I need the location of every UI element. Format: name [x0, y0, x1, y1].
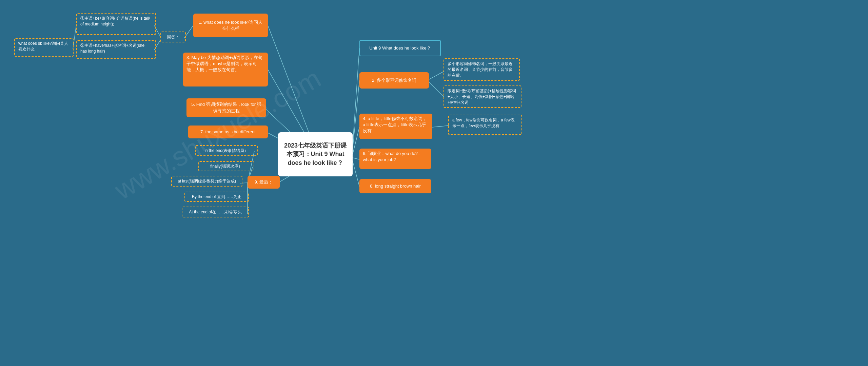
mindmap-container: 2023七年级英语下册课本预习：Unit 9 What does he look…	[0, 0, 868, 366]
node-4-label: 4. a little，little修饰不可数名词，a little表示一点点，…	[363, 116, 429, 134]
node-2-desc2-label: 限定词+数词(序前基后)+描绘性形容词+大小、长短、高低+新旧+颜色+国籍+材料…	[448, 88, 517, 105]
node-7: 7. the same as→be different	[188, 126, 268, 138]
node-at-last-label: at last(强调经多番努力终于达成)	[178, 178, 236, 184]
node-by-end-label: By the end of 直到……为止	[192, 194, 241, 200]
node-9-label: 9. 最后：	[255, 179, 273, 185]
node-at-last: at last(强调经多番努力终于达成)	[171, 176, 242, 187]
svg-line-17	[353, 158, 359, 159]
node-8: 8. long straight brown hair	[359, 179, 431, 193]
node-4: 4. a little，little修饰不可数名词，a little表示一点点，…	[359, 114, 432, 139]
node-unit-label: Unit 9 What does he look like？	[369, 45, 431, 51]
node-reply1-label: ①主语+be+形容词/ 介词短语(he is tall/ of medium h…	[80, 16, 152, 27]
svg-line-18	[353, 161, 359, 187]
svg-line-20	[427, 80, 444, 97]
node-1: 1. what does he look like?询问人长什么样	[193, 14, 268, 37]
node-finally-label: finally(强调次序）	[210, 163, 242, 169]
center-label: 2023七年级英语下册课本预习：Unit 9 What does he look…	[281, 141, 349, 167]
node-at-end-label: At the end of在……末端/尽头	[189, 209, 241, 215]
svg-line-14	[353, 48, 359, 146]
node-like-label: what does sb like?询问某人喜欢什么	[18, 41, 70, 52]
node-reply: 回答：	[160, 32, 186, 42]
svg-line-0	[268, 25, 315, 149]
node-2-desc1: 多个形容词修饰名词，一般关系最近的最近名词，音节少的在前，音节多的在后。	[443, 58, 520, 81]
node-finally: finally(强调次序）	[198, 161, 254, 171]
node-4-desc-label: a few，few修饰可数名词，a few表示一点，few表示几乎没有	[452, 117, 518, 129]
node-in-end: in the end(表事情结局）	[195, 145, 258, 156]
node-2-desc1-label: 多个形容词修饰名词，一般关系最近的最近名词，音节少的在前，音节多的在后。	[448, 61, 516, 78]
node-by-end: By the end of 直到……为止	[184, 192, 249, 202]
node-reply2: ②主语+have/has+形容词+名词(she has long hair)	[76, 40, 156, 59]
node-reply2-label: ②主语+have/has+形容词+名词(she has long hair)	[80, 43, 152, 54]
node-at-end: At the end of在……末端/尽头	[182, 207, 249, 217]
node-5-label: 5. Find 强调找到的结果，look for 强调寻找的过程	[190, 101, 263, 114]
node-like: what does sb like?询问某人喜欢什么	[14, 38, 74, 57]
svg-line-16	[353, 127, 359, 154]
node-in-end-label: in the end(表事情结局）	[204, 148, 248, 154]
node-2-label: 2. 多个形容词修饰名词	[372, 77, 416, 83]
node-unit: Unit 9 What does he look like？	[359, 40, 441, 56]
node-8-label: 8. long straight brown hair	[370, 183, 421, 189]
node-2: 2. 多个形容词修饰名词	[359, 72, 429, 89]
svg-line-15	[353, 80, 359, 149]
node-7-label: 7. the same as→be different	[200, 129, 256, 135]
node-3-label: 3. May be 为情态动词+动词原形，在句子中做谓语，maybe是副词，表示…	[186, 55, 264, 73]
node-9: 9. 最后：	[248, 176, 280, 189]
node-5: 5. Find 强调找到的结果，look for 强调寻找的过程	[186, 98, 266, 117]
node-2-desc2: 限定词+数词(序前基后)+描绘性形容词+大小、长短、高低+新旧+颜色+国籍+材料…	[443, 85, 521, 108]
center-node: 2023七年级英语下册课本预习：Unit 9 What does he look…	[278, 132, 353, 176]
node-6-label: 6. 问职业：what do you do?= what is your job…	[363, 151, 428, 163]
svg-line-21	[432, 126, 449, 127]
node-6: 6. 问职业：what do you do?= what is your job…	[359, 149, 431, 169]
node-reply1: ①主语+be+形容词/ 介词短语(he is tall/ of medium h…	[76, 13, 156, 35]
node-reply-label: 回答：	[167, 34, 179, 40]
node-1-label: 1. what does he look like?询问人长什么样	[197, 19, 264, 32]
node-4-desc: a few，few修饰可数名词，a few表示一点，few表示几乎没有	[448, 115, 522, 135]
node-3: 3. May be 为情态动词+动词原形，在句子中做谓语，maybe是副词，表示…	[183, 53, 268, 86]
svg-line-19	[427, 71, 444, 80]
